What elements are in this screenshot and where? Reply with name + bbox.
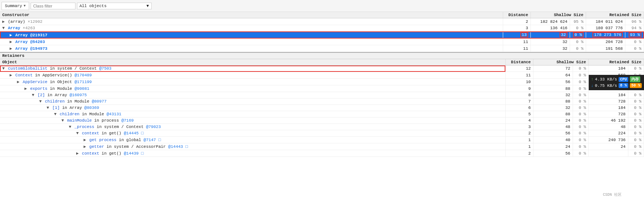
prop-name: exports bbox=[30, 86, 47, 91]
expand-arrow[interactable]: ▶ bbox=[10, 33, 15, 37]
object-cell[interactable]: ▶ AppService in Object @171199 bbox=[0, 79, 505, 85]
expand-arrow[interactable]: ▶ bbox=[10, 73, 15, 77]
object-cell[interactable]: ▶ get process in global @7147 □ bbox=[0, 137, 505, 143]
in-text: in Array bbox=[60, 106, 84, 110]
download-arrow-icon: ↓ bbox=[591, 83, 594, 88]
all-objects-select[interactable]: All objects ▼ bbox=[77, 3, 152, 9]
expand-arrow[interactable]: ▶ bbox=[76, 151, 81, 156]
distance-cell: 2 bbox=[505, 130, 533, 137]
object-cell[interactable]: ▼ context in get() @14445 □ bbox=[0, 130, 505, 137]
constructor-cell[interactable]: ▶ Array @194973 bbox=[0, 45, 503, 52]
retained-cell: 240 736 bbox=[588, 137, 628, 143]
shallow-cell: 32 bbox=[533, 92, 573, 98]
shallow-pct-cell: 0 % bbox=[573, 111, 588, 118]
object-cell[interactable]: ▼ _process in system / Context @79023 bbox=[0, 124, 505, 130]
distance-cell: 1 bbox=[505, 143, 533, 150]
retained-cell: 24 bbox=[588, 143, 628, 150]
retained-pct-cell: 0 % bbox=[625, 39, 644, 45]
constructor-cell[interactable]: ▶ Array @54203 bbox=[0, 39, 503, 45]
summary-tab[interactable]: Summary ▼ bbox=[1, 2, 29, 10]
shallow-pct-cell: 0 % bbox=[573, 105, 588, 111]
at-ref: @80977 bbox=[92, 99, 107, 104]
expand-arrow[interactable]: ▼ bbox=[61, 118, 66, 123]
shallow-pct-cell: 0 % bbox=[573, 130, 588, 137]
expand-arrow[interactable]: ▶ bbox=[84, 144, 89, 149]
in-text: in Array bbox=[45, 93, 69, 97]
expand-arrow[interactable]: ▼ bbox=[54, 112, 59, 116]
object-cell[interactable]: ▼ customGlobalList in system / Context @… bbox=[0, 66, 505, 72]
object-cell[interactable]: ▼ [1] in Array @80369 bbox=[0, 105, 505, 111]
retained-cell: 184 bbox=[588, 105, 628, 111]
expand-arrow[interactable]: ▼ bbox=[39, 99, 44, 104]
distance-cell: 3 bbox=[505, 124, 533, 130]
object-cell[interactable]: ▶ exports in Module @90081 bbox=[0, 85, 505, 92]
distance-cell: 11 bbox=[503, 45, 531, 52]
constructor-cell[interactable]: ▶ Array @219317 bbox=[0, 31, 503, 39]
in-text: in get() bbox=[99, 151, 124, 156]
expand-arrow[interactable]: ▼ bbox=[32, 93, 37, 97]
constructor-name: (array) bbox=[8, 19, 25, 24]
expand-arrow[interactable]: ▶ bbox=[84, 138, 89, 142]
shallow-cell: 56 bbox=[533, 150, 573, 157]
expand-arrow[interactable]: ▼ bbox=[2, 66, 7, 71]
expand-arrow[interactable]: ▶ bbox=[24, 86, 29, 91]
expand-arrow[interactable]: ▶ bbox=[10, 46, 15, 51]
distance-cell: 4 bbox=[505, 118, 533, 124]
object-cell[interactable]: ▼ children in Module @80977 bbox=[0, 98, 505, 105]
all-objects-label: All objects bbox=[80, 4, 107, 8]
in-text: in Module bbox=[65, 99, 92, 104]
object-cell[interactable]: ▶ Context in AppService() @170489 bbox=[0, 72, 505, 79]
expand-arrow[interactable]: ▼ bbox=[47, 106, 52, 110]
shallow-pct-cell: 0 % bbox=[573, 150, 588, 157]
in-text: in system / AccessorPair bbox=[104, 144, 168, 149]
shallow-cell: 40 bbox=[533, 137, 573, 143]
shallow-cell: 88 bbox=[533, 85, 573, 92]
at-ref: @171199 bbox=[74, 80, 92, 84]
shallow-pct-cell: 0 % bbox=[573, 143, 588, 150]
prop-name: _process bbox=[74, 125, 94, 129]
shallow-cell: 72 bbox=[533, 66, 573, 72]
distance-cell: 6 bbox=[505, 105, 533, 111]
at-ref: @7169 bbox=[121, 118, 134, 123]
shallow-pct-cell: 0 % bbox=[573, 85, 588, 92]
at-ref: @14445 □ bbox=[124, 131, 143, 135]
at-ref: @170489 bbox=[74, 73, 92, 77]
object-cell[interactable]: ▼ children in Module @43131 bbox=[0, 111, 505, 118]
csdn-badge: CSDN 社区 bbox=[603, 192, 622, 197]
shallow-pct-cell: 0 % bbox=[573, 98, 588, 105]
expand-arrow[interactable]: ▼ bbox=[76, 131, 81, 135]
object-cell[interactable]: ▶ getter in system / AccessorPair @14443… bbox=[0, 143, 505, 150]
constructor-name: Array bbox=[8, 26, 20, 30]
object-cell[interactable]: ▼ mainModule in process @7169 bbox=[0, 118, 505, 124]
distance-cell: 2 bbox=[505, 150, 533, 157]
object-cell[interactable]: ▶ context in get() @14439 □ bbox=[0, 150, 505, 157]
retained-pct-cell: 0 % bbox=[628, 111, 644, 118]
shallow-pct-cell: 0 % bbox=[570, 25, 586, 31]
retained-cell: 48 bbox=[588, 124, 628, 130]
expand-arrow[interactable]: ▶ bbox=[2, 19, 7, 24]
retained-pct-cell: 0 % bbox=[628, 130, 644, 137]
object-cell[interactable]: ▼ [2] in Array @160975 bbox=[0, 92, 505, 98]
shallow-cell: 32 bbox=[530, 39, 570, 45]
expand-arrow[interactable]: ▶ bbox=[17, 80, 22, 84]
class-filter-input[interactable] bbox=[31, 3, 75, 9]
constructor-cell[interactable]: ▼ Array ×4263 bbox=[0, 25, 503, 31]
distance-cell: 1 bbox=[505, 137, 533, 143]
distance-cell: 9 bbox=[505, 85, 533, 92]
shallow-cell: 24 bbox=[533, 143, 573, 150]
prop-name: get process bbox=[89, 138, 117, 142]
expand-arrow[interactable]: ▼ bbox=[2, 26, 7, 30]
cpu-badge: CPU bbox=[619, 77, 628, 82]
expand-arrow[interactable]: ▼ bbox=[69, 125, 74, 129]
distance-cell: 11 bbox=[505, 72, 533, 79]
at-ref: @14439 □ bbox=[124, 151, 144, 156]
at-ref: @80369 bbox=[84, 106, 99, 110]
retained-cell: 184 bbox=[588, 92, 628, 98]
retained-pct-cell: 0 % bbox=[628, 143, 644, 150]
constructor-cell[interactable]: ▶ (array) ×12902 bbox=[0, 18, 503, 25]
main-container: Constructor Distance Shallow Size Retain… bbox=[0, 12, 644, 198]
retained-cell: 180 037 776 bbox=[586, 25, 625, 31]
expand-arrow[interactable]: ▶ bbox=[10, 40, 15, 44]
retained-pct-cell: 0 % bbox=[628, 66, 644, 72]
shallow-pct-cell: 0 % bbox=[573, 66, 588, 72]
